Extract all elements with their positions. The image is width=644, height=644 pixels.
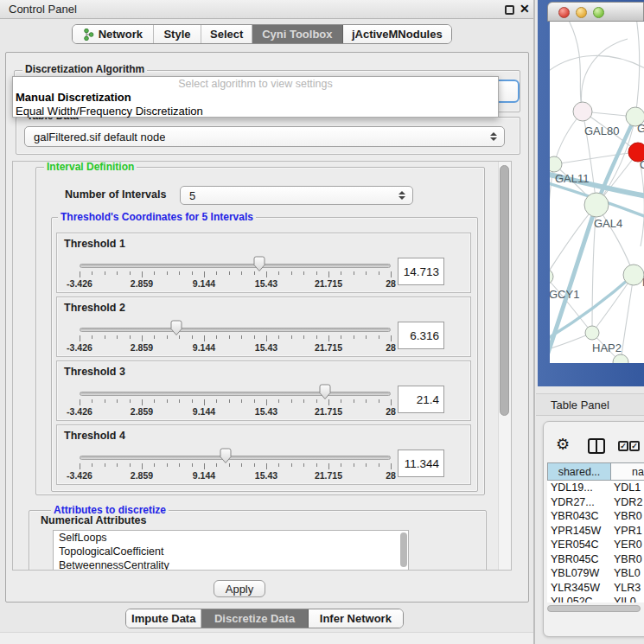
network-window-titlebar[interactable] <box>547 2 644 22</box>
tab-select[interactable]: Select <box>201 25 252 43</box>
table-row[interactable]: YBR043CYBR0 <box>547 509 644 524</box>
slider-thumb[interactable] <box>169 320 183 336</box>
slider-thumb[interactable] <box>252 256 266 272</box>
table-row[interactable]: YDR27...YDR2 <box>547 495 644 510</box>
node-h[interactable] <box>623 265 644 285</box>
node-hap2[interactable] <box>585 326 599 340</box>
threshold-slider[interactable]: -3.4262.8599.14415.4321.71528 <box>80 383 391 419</box>
threshold-value-field[interactable]: 14.713 <box>398 258 444 285</box>
list-item-selfloops[interactable]: SelfLoops <box>54 531 408 545</box>
dropdown-option-manual-discretization[interactable]: Manual Discretization <box>16 91 131 104</box>
threshold-value-field[interactable]: 21.4 <box>398 386 444 413</box>
table-row[interactable]: YLR345WYLR3 <box>547 581 644 596</box>
node-gcy1[interactable] <box>550 269 553 284</box>
threshold-value-field[interactable]: 11.344 <box>398 450 444 477</box>
edge[interactable] <box>635 22 640 117</box>
threshold-slider[interactable]: -3.4262.8599.14415.4321.71528 <box>80 447 391 483</box>
node-label: GAL11 <box>555 172 590 185</box>
close-traffic-light-icon[interactable] <box>558 7 570 18</box>
tick-mark <box>241 463 242 467</box>
network-graph[interactable]: GAL80GACGAL11GAL4GCY1HHAP2 <box>550 22 644 363</box>
tick-mark <box>354 463 354 467</box>
combo-stepper-icon <box>490 132 497 141</box>
checkbox-icon[interactable]: ✓ <box>618 441 628 451</box>
close-icon[interactable]: ✕ <box>520 2 530 16</box>
apply-button[interactable]: Apply <box>214 580 265 597</box>
dropdown-option-equal-width-frequency-discretization[interactable]: Equal Width/Frequency Discretization <box>16 105 203 118</box>
table-row[interactable]: YER054CYER0 <box>547 538 644 552</box>
tick-mark <box>316 271 317 275</box>
table-hscrollbar-thumb[interactable] <box>547 605 641 612</box>
table-row[interactable]: YDL19...YDL1 <box>547 481 644 495</box>
tick-mark <box>291 399 292 403</box>
tab-impute-data[interactable]: Impute Data <box>126 609 201 628</box>
tab-label: Infer Network <box>320 612 392 625</box>
panel-title: Control Panel <box>9 3 77 16</box>
threshold-slider[interactable]: -3.4262.8599.14415.4321.71528 <box>80 255 391 291</box>
threshold-value-field[interactable]: 6.316 <box>398 322 444 349</box>
edge[interactable] <box>550 164 554 277</box>
edge[interactable] <box>554 152 638 164</box>
panel-splitter[interactable] <box>533 0 535 644</box>
minimize-traffic-light-icon[interactable] <box>576 7 587 18</box>
tick-mark <box>278 335 279 339</box>
slider-thumb[interactable] <box>219 448 233 464</box>
list-scrollbar-thumb[interactable] <box>400 532 407 567</box>
tab-infer-network[interactable]: Infer Network <box>309 609 403 628</box>
slider-track[interactable] <box>80 328 391 332</box>
edge[interactable] <box>582 39 628 112</box>
tick-mark <box>204 335 205 341</box>
tick-mark <box>117 399 118 403</box>
node-gal11[interactable] <box>550 156 562 172</box>
gear-icon[interactable]: ⚙ <box>556 437 570 452</box>
table-row[interactable]: YBL079WYBL0 <box>547 566 644 581</box>
settings-scrollbar-thumb[interactable] <box>500 165 509 416</box>
table-row[interactable]: YBR045CYBR0 <box>547 552 644 567</box>
tab-cyni-toolbox[interactable]: Cyni Toolbox <box>252 25 343 43</box>
tick-mark <box>130 399 131 403</box>
number-of-intervals-spinner[interactable]: 5 <box>180 186 413 205</box>
float-window-icon[interactable] <box>505 5 514 15</box>
tick-mark <box>303 335 304 339</box>
tab-style[interactable]: Style <box>154 25 202 43</box>
edge[interactable] <box>550 55 644 73</box>
slider-track[interactable] <box>80 392 391 396</box>
node-gal80[interactable] <box>573 102 592 121</box>
edge[interactable] <box>621 275 634 362</box>
slider-track[interactable] <box>80 264 391 268</box>
tick-mark <box>341 399 341 403</box>
column-header-shared[interactable]: shared... <box>547 462 611 481</box>
tick-mark <box>366 399 367 403</box>
split-columns-icon[interactable] <box>588 438 605 454</box>
checkbox-icon[interactable]: ✓ <box>629 441 640 451</box>
status-strip <box>0 632 535 644</box>
column-header-name[interactable]: na <box>611 462 644 481</box>
table-row[interactable]: YIL052CYIL0 <box>547 595 644 603</box>
zoom-traffic-light-icon[interactable] <box>593 7 604 18</box>
table-row[interactable]: YPR145WYPR1 <box>547 524 644 539</box>
node-unnamed[interactable] <box>613 354 628 363</box>
tab-jactivemnodules[interactable]: jActiveMNodules <box>343 25 451 43</box>
cell-shared-name: YBR043C <box>551 510 599 522</box>
slider-track[interactable] <box>80 456 391 460</box>
edge[interactable] <box>567 22 583 112</box>
table-data-combobox[interactable]: galFiltered.sif default node <box>24 126 505 147</box>
numerical-attributes-list[interactable]: SelfLoopsTopologicalCoefficientBetweenne… <box>53 530 409 571</box>
cell-name: YBR0 <box>614 510 642 522</box>
slider-thumb[interactable] <box>318 384 332 400</box>
list-item-betweennesscentrality[interactable]: BetweennessCentrality <box>54 558 408 571</box>
tab-network[interactable]: Network <box>73 25 154 43</box>
settings-scrollbar-track[interactable] <box>498 162 511 570</box>
tick-mark <box>80 271 80 277</box>
cell-shared-name: YLR345W <box>551 582 600 594</box>
threshold-slider[interactable]: -3.4262.8599.14415.4321.71528 <box>80 319 391 355</box>
edge[interactable] <box>550 205 596 277</box>
list-item-topologicalcoefficient[interactable]: TopologicalCoefficient <box>54 545 408 558</box>
tick-mark <box>92 399 92 403</box>
network-canvas[interactable]: GAL80GACGAL11GAL4GCY1HHAP2 <box>550 22 644 363</box>
tab-discretize-data[interactable]: Discretize Data <box>201 609 308 628</box>
tick-mark <box>142 399 143 405</box>
tick-label: 2.859 <box>131 278 153 289</box>
node-gal4[interactable] <box>584 193 609 217</box>
tick-mark <box>379 335 379 339</box>
